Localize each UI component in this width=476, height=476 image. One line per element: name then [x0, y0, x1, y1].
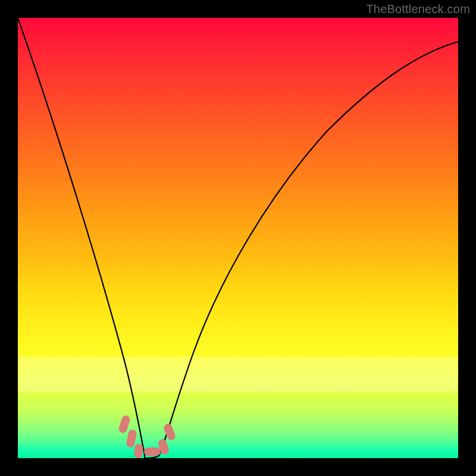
watermark-text: TheBottleneck.com: [366, 2, 470, 16]
svg-rect-1: [126, 429, 137, 448]
svg-rect-0: [118, 415, 131, 434]
bottleneck-curve: [18, 18, 458, 458]
optimal-zone-markers: [118, 415, 177, 458]
plot-area: [18, 18, 458, 458]
svg-rect-2: [134, 443, 143, 458]
svg-rect-3: [144, 447, 161, 456]
chart-frame: TheBottleneck.com: [0, 0, 476, 476]
